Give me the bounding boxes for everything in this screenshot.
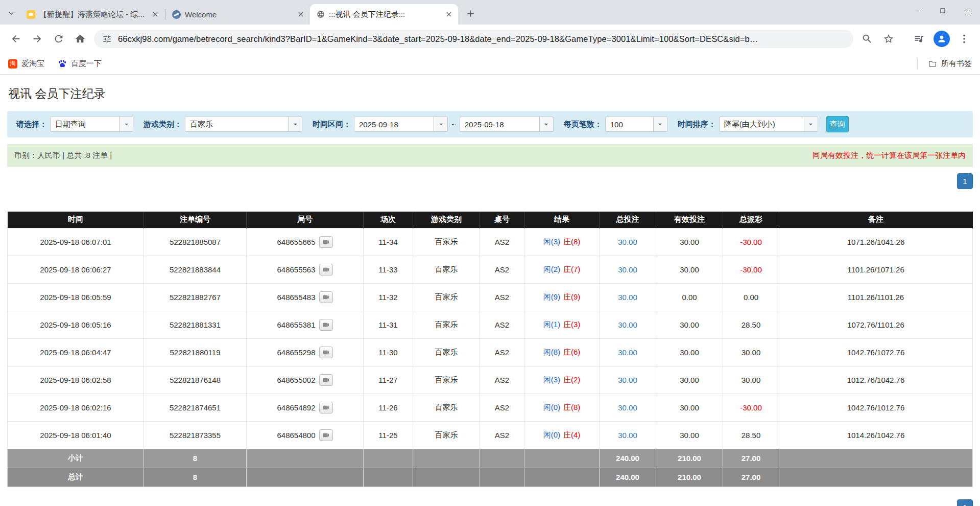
cell-bet-id: 522821883844 [144, 256, 247, 283]
cell-time: 2025-09-18 06:02:58 [8, 366, 144, 394]
total-bet-link[interactable]: 30.00 [600, 228, 656, 256]
all-bookmarks[interactable]: 所有书签 [917, 58, 972, 70]
total-bet-link[interactable]: 30.00 [600, 283, 656, 311]
search-button[interactable]: 查询 [826, 116, 849, 132]
table-row: 2025-09-18 06:02:16 522821874651 6486548… [8, 394, 973, 421]
query-type-label: 请选择： [16, 120, 47, 129]
cell-bet-id: 522821885087 [144, 228, 247, 256]
reload-button[interactable] [48, 28, 69, 50]
chevron-down-icon[interactable] [434, 117, 447, 131]
tab-bet-records-active[interactable]: :::视讯 会员下注纪录::: [310, 4, 458, 25]
cell-valid-bet: 0.00 [656, 283, 723, 311]
video-replay-button[interactable] [319, 291, 333, 303]
tab-close-icon[interactable] [444, 9, 454, 19]
tab-search-chevron-icon[interactable] [4, 6, 18, 20]
date-start-value: 2025-09-18 [354, 117, 434, 131]
table-row: 2025-09-18 06:07:01 522821885087 6486556… [8, 228, 973, 256]
zoom-icon[interactable] [856, 28, 878, 50]
cell-payout: 30.00 [723, 338, 779, 366]
date-end-select[interactable]: 2025-09-18 [460, 117, 554, 132]
media-controls-icon[interactable] [909, 28, 930, 50]
video-replay-button[interactable] [319, 347, 333, 358]
bookmark-star-icon[interactable] [878, 28, 899, 50]
game-type-select[interactable]: 百家乐 [185, 117, 302, 132]
total-bet-link[interactable]: 30.00 [600, 256, 656, 283]
video-replay-button[interactable] [319, 429, 333, 441]
tab-welcome[interactable]: Welcome [166, 4, 310, 25]
page-1-button[interactable]: 1 [957, 499, 973, 506]
cell-table-no: AS2 [480, 394, 524, 421]
column-header: 总派彩 [723, 212, 779, 228]
cell-game-type: 百家乐 [413, 338, 480, 366]
table-row: 2025-09-18 06:02:58 522821876148 6486550… [8, 366, 973, 394]
chevron-down-icon[interactable] [288, 117, 302, 131]
per-page-value: 100 [606, 117, 653, 131]
total-bet-link[interactable]: 30.00 [600, 394, 656, 421]
total-bet-link[interactable]: 30.00 [600, 311, 656, 338]
page-1-button[interactable]: 1 [957, 173, 973, 189]
filter-bar: 请选择： 日期查询 游戏类别： 百家乐 时间区间： 2025-09-18 ~ 2… [7, 111, 973, 137]
cell-result: 闲(0)庄(8) [524, 394, 600, 421]
cell-time: 2025-09-18 06:01:40 [8, 421, 144, 449]
result-player: 闲(9) [543, 292, 560, 301]
tab-close-icon[interactable] [150, 9, 160, 19]
address-bar[interactable]: 66cxkj98.com/game/betrecord_search/kind3… [94, 30, 853, 48]
cell-result: 闲(0)庄(4) [524, 421, 600, 449]
per-page-select[interactable]: 100 [605, 117, 667, 132]
total-bet-link[interactable]: 30.00 [600, 421, 656, 449]
video-replay-button[interactable] [319, 402, 333, 413]
sort-select[interactable]: 降幂(由大到小) [719, 117, 818, 132]
forward-button[interactable] [27, 28, 48, 50]
query-type-select[interactable]: 日期查询 [50, 117, 133, 132]
total-bet-link[interactable]: 30.00 [600, 366, 656, 394]
empty-cell [480, 449, 524, 468]
bet-records-table: 时间注单编号局号场次游戏类别桌号结果总投注有效投注总派彩备注 2025-09-1… [7, 212, 973, 487]
cell-valid-bet: 30.00 [656, 228, 723, 256]
chevron-down-icon[interactable] [539, 117, 553, 131]
column-header: 结果 [524, 212, 600, 228]
menu-kebab-icon[interactable] [953, 28, 975, 50]
total-bet-link[interactable]: 30.00 [600, 338, 656, 366]
video-replay-button[interactable] [319, 236, 333, 248]
subtotal-valid-bet: 210.00 [656, 449, 723, 468]
cell-session: 11-34 [364, 228, 413, 256]
column-header: 场次 [364, 212, 413, 228]
empty-cell [524, 449, 600, 468]
chevron-down-icon[interactable] [804, 117, 818, 131]
tab-close-icon[interactable] [296, 9, 306, 19]
home-button[interactable] [69, 28, 91, 50]
video-replay-button[interactable] [319, 374, 333, 386]
chevron-down-icon[interactable] [653, 117, 667, 131]
back-button[interactable] [5, 28, 27, 50]
maximize-button[interactable] [930, 0, 955, 21]
date-start-select[interactable]: 2025-09-18 [354, 117, 448, 132]
tab-title: 【新提醒】海燕策略论坛 - 综... [39, 10, 146, 19]
profile-avatar[interactable] [934, 31, 950, 47]
cell-session: 11-31 [364, 311, 413, 338]
table-row: 2025-09-18 06:04:47 522821880119 6486552… [8, 338, 973, 366]
tab-forum[interactable]: 【新提醒】海燕策略论坛 - 综... [20, 4, 164, 25]
cell-time: 2025-09-18 06:07:01 [8, 228, 144, 256]
video-replay-button[interactable] [319, 264, 333, 275]
cell-valid-bet: 30.00 [656, 256, 723, 283]
total-count: 8 [144, 468, 247, 487]
cell-remark: 1072.76/1101.26 [779, 311, 973, 338]
sort-value: 降幂(由大到小) [720, 117, 804, 131]
minimize-button[interactable] [905, 0, 930, 21]
site-settings-icon[interactable] [102, 34, 112, 44]
page-content: 视讯 会员下注纪录 请选择： 日期查询 游戏类别： 百家乐 时间区间： 2025… [0, 86, 980, 506]
total-label: 总计 [8, 468, 144, 487]
tab-strip: 【新提醒】海燕策略论坛 - 综... Welcome :::视讯 会员下注纪录:… [0, 0, 980, 25]
close-window-button[interactable] [955, 0, 980, 21]
new-tab-button[interactable] [463, 6, 478, 21]
table-header-row: 时间注单编号局号场次游戏类别桌号结果总投注有效投注总派彩备注 [8, 212, 973, 228]
bookmark-baidu[interactable]: 百度一下 [58, 59, 102, 68]
cell-time: 2025-09-18 06:04:47 [8, 338, 144, 366]
video-replay-button[interactable] [319, 319, 333, 331]
bookmark-taobao[interactable]: 淘 爱淘宝 [8, 59, 44, 68]
globe-icon [316, 10, 325, 19]
column-header: 总投注 [600, 212, 656, 228]
chevron-down-icon[interactable] [119, 117, 133, 131]
cell-table-no: AS2 [480, 311, 524, 338]
cell-bet-id: 522821876148 [144, 366, 247, 394]
